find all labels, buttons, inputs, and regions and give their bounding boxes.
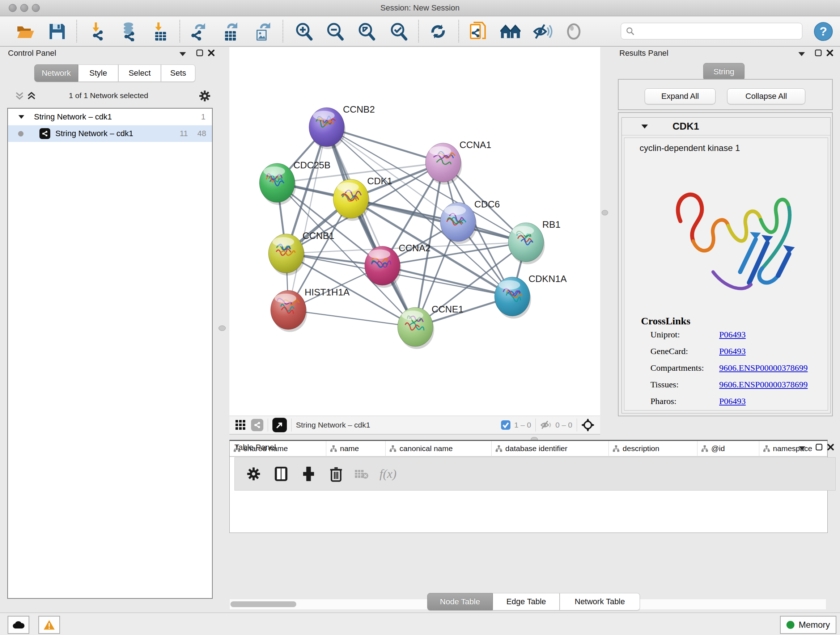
table-panel: Table Panel f(x) shared namenamecanonica… [229,440,840,610]
table-settings-button[interactable] [244,464,263,483]
node-CCNB2[interactable] [309,108,346,149]
network-options-gear-icon[interactable] [199,90,211,102]
tab-sets[interactable]: Sets [161,65,195,82]
delete-table-button-disabled [352,464,371,483]
trash-icon [329,466,343,482]
search-box[interactable] [621,23,802,40]
cloud-icon [12,621,25,629]
crosslink-link[interactable]: P06493 [719,396,745,406]
zoom-in-button[interactable] [294,21,314,42]
plus-icon [302,466,316,482]
network-icon-gray[interactable] [251,419,264,431]
column-header-label: description [622,444,660,453]
control-panel-close-icon[interactable] [208,49,215,57]
import-network-from-database-button[interactable] [118,21,139,42]
show-glass-button[interactable] [564,21,584,42]
export-network-button[interactable] [188,21,208,42]
search-input[interactable] [638,27,802,36]
export-image-button[interactable] [253,21,273,42]
results-panel-collapse-icon[interactable] [798,51,806,57]
export-table-button[interactable] [220,21,240,42]
hide-glass-button[interactable] [532,21,553,42]
gene-collapse-icon[interactable] [641,124,649,129]
control-panel-collapse-icon[interactable] [179,51,187,57]
results-panel-float-icon[interactable] [815,49,822,57]
zoom-fit-button[interactable] [356,21,377,42]
tree-expand-icon[interactable] [18,115,25,119]
column-header-name[interactable]: name [326,441,386,457]
tab-select[interactable]: Select [118,65,161,82]
node-label-HIST1H1A: HIST1H1A [305,287,350,298]
tab-node-table[interactable]: Node Table [427,593,493,610]
save-session-button[interactable] [47,21,67,42]
column-header-database-identifier[interactable]: database identifier [492,441,609,457]
toolbar-separator [283,20,283,42]
edge-HIST1H1A-CCNE1[interactable] [288,310,415,327]
zoom-out-button[interactable] [325,21,345,42]
share-file-button[interactable] [468,21,488,42]
network-canvas[interactable]: CCNB2CCNA1CDC25BCDK1CDC6RB1CCNB1CCNA2CDK… [229,47,600,416]
detach-view-button[interactable] [272,418,287,432]
network-graph[interactable]: CCNB2CCNA1CDC25BCDK1CDC6RB1CCNB1CCNA2CDK… [229,47,600,416]
import-network-file-button[interactable] [88,21,108,42]
network-collection-row[interactable]: String Network – cdk1 1 [8,109,212,125]
crosslink-link[interactable]: 9606.ENSP00000378699 [719,363,808,373]
node-CDK1[interactable] [333,179,370,221]
delete-column-button[interactable] [327,464,346,483]
gear-icon [246,467,261,481]
function-builder-button[interactable]: f(x) [379,467,396,481]
grid-view-icon[interactable] [235,420,246,431]
node-CCNA1[interactable] [425,143,462,185]
hidden-eye-icon[interactable] [540,420,552,430]
node-CDKN1A[interactable] [494,277,531,318]
open-session-button[interactable] [15,21,35,42]
node-CCNA2[interactable] [365,246,401,288]
node-CCNB1[interactable] [268,234,305,276]
control-panel-float-icon[interactable] [196,49,203,57]
crosslink-label: Pharos: [651,396,719,406]
import-table-button[interactable] [150,21,171,42]
network-row[interactable]: String Network – cdk1 11 48 [8,125,212,142]
node-CDC25B[interactable] [259,163,296,205]
right-splitter-handle[interactable] [602,210,608,215]
tab-string[interactable]: String [703,63,745,80]
show-columns-button[interactable] [272,464,291,483]
tab-style[interactable]: Style [78,65,118,82]
column-header--id[interactable]: @id [698,441,759,457]
warnings-button[interactable] [38,616,60,634]
crosslink-link[interactable]: 9606.ENSP00000378699 [719,380,808,390]
open-folder-icon [16,22,35,41]
node-RB1[interactable] [508,223,545,264]
refresh-button[interactable] [428,21,448,42]
zoom-in-icon [294,22,314,41]
zoom-selected-button[interactable] [388,21,409,42]
column-header-canonical-name[interactable]: canonical name [386,441,492,457]
results-panel-close-icon[interactable] [826,49,834,57]
crosslink-link[interactable]: P06493 [719,330,745,340]
cloud-button[interactable] [8,616,29,634]
left-splitter-handle[interactable] [218,325,226,331]
gene-section-header[interactable]: CDK1 [622,118,830,135]
crosslink-link[interactable]: P06493 [719,347,745,356]
node-label-CDK1: CDK1 [367,176,392,187]
table-panel-float-icon[interactable] [815,443,823,451]
tab-network[interactable]: Network [34,65,78,82]
selected-checkbox-icon[interactable] [501,420,511,430]
collapse-all-button[interactable]: Collapse All [727,88,805,104]
string-home-button[interactable] [500,21,521,42]
expand-all-button[interactable]: Expand All [645,88,715,104]
birds-eye-icon[interactable] [581,418,594,432]
tab-network-table[interactable]: Network Table [560,593,640,610]
table-panel-collapse-icon[interactable] [798,446,806,451]
create-column-button[interactable] [299,464,318,483]
node-HIST1H1A[interactable] [271,290,307,332]
help-button[interactable]: ? [813,21,834,42]
node-CCNE1[interactable] [398,307,434,349]
node-CDC6[interactable] [440,203,477,244]
table-panel-close-icon[interactable] [827,443,834,451]
column-header-description[interactable]: description [609,441,698,457]
memory-button[interactable]: Memory [780,616,836,634]
tab-edge-table[interactable]: Edge Table [493,593,560,610]
results-buttons-box: Expand All Collapse All [618,79,833,110]
edge-CCNB2-HIST1H1A[interactable] [288,127,327,310]
